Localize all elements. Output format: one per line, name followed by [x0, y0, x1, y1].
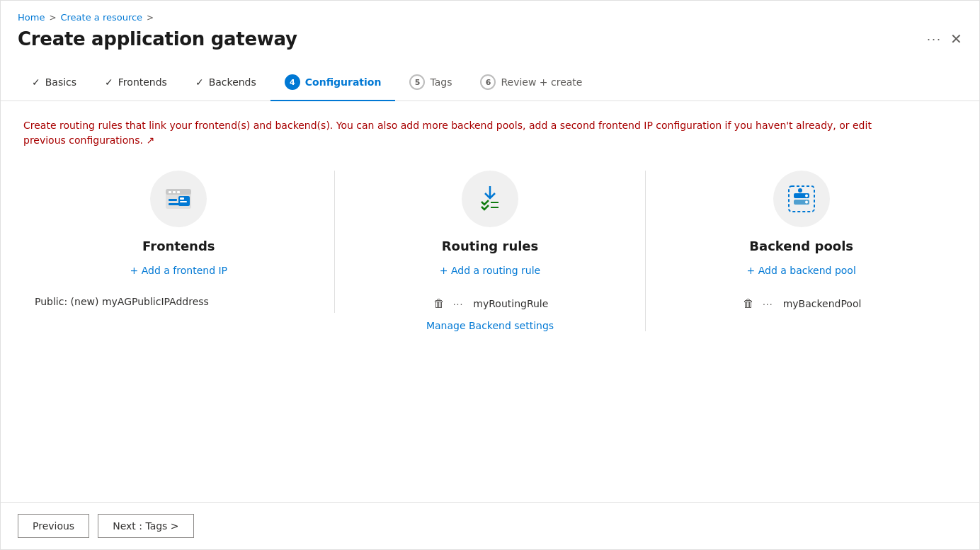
- add-backend-pool-link[interactable]: + Add a backend pool: [747, 265, 856, 276]
- frontends-column: Frontends + Add a frontend IP Public: (n…: [23, 171, 335, 313]
- columns: Frontends + Add a frontend IP Public: (n…: [23, 171, 957, 331]
- backend-pool-item: 🗑 ··· myBackendPool: [657, 290, 945, 317]
- routing-rule-actions: 🗑 ···: [432, 296, 467, 311]
- svg-point-18: [798, 188, 802, 193]
- svg-rect-9: [180, 201, 187, 202]
- previous-button[interactable]: Previous: [18, 514, 89, 538]
- panel-footer: Previous Next : Tags >: [1, 502, 979, 549]
- add-routing-rule-link[interactable]: + Add a routing rule: [440, 265, 540, 276]
- svg-point-16: [805, 195, 808, 197]
- title-actions: ··· ✕: [927, 32, 962, 47]
- tab-backends[interactable]: ✓ Backends: [181, 69, 270, 99]
- step-circle-review: 6: [480, 74, 496, 90]
- routing-rules-title: Routing rules: [442, 239, 539, 253]
- tab-configuration-label: Configuration: [305, 76, 382, 88]
- backend-pool-label: myBackendPool: [783, 298, 862, 309]
- check-icon-backends: ✓: [195, 76, 204, 88]
- frontend-item: Public: (new) myAGPublicIPAddress: [35, 290, 323, 313]
- tabs-row: ✓ Basics ✓ Frontends ✓ Backends 4 Config…: [1, 50, 979, 101]
- backend-pool-actions: 🗑 ···: [741, 296, 776, 311]
- next-button[interactable]: Next : Tags >: [98, 514, 193, 538]
- svg-rect-5: [173, 191, 176, 193]
- tab-basics[interactable]: ✓ Basics: [18, 69, 91, 99]
- close-button[interactable]: ✕: [950, 32, 962, 46]
- more-options-button[interactable]: ···: [927, 32, 942, 47]
- tab-review-create-label: Review + create: [501, 76, 582, 88]
- frontends-icon-circle: [150, 171, 207, 227]
- breadcrumb-create-resource[interactable]: Create a resource: [60, 12, 142, 23]
- backend-pools-title: Backend pools: [749, 239, 853, 253]
- check-icon-basics: ✓: [32, 76, 40, 88]
- routing-rules-icon: [474, 183, 506, 214]
- description-link[interactable]: ↗: [146, 134, 154, 146]
- tab-review-create[interactable]: 6 Review + create: [466, 67, 596, 101]
- tab-frontends[interactable]: ✓ Frontends: [91, 69, 181, 99]
- page-title: Create application gateway: [18, 28, 297, 50]
- breadcrumb-home[interactable]: Home: [18, 12, 45, 23]
- svg-rect-8: [180, 197, 184, 200]
- routing-rule-item: 🗑 ··· myRoutingRule: [346, 290, 634, 317]
- step-circle-tags: 5: [409, 74, 425, 90]
- delete-backend-pool-button[interactable]: 🗑: [741, 296, 756, 311]
- panel-header: Home > Create a resource > Create applic…: [1, 1, 979, 50]
- svg-rect-4: [169, 191, 171, 193]
- delete-routing-rule-button[interactable]: 🗑: [432, 296, 446, 311]
- routing-rules-column: Routing rules + Add a routing rule 🗑 ···…: [335, 171, 646, 331]
- add-frontend-ip-link[interactable]: + Add a frontend IP: [130, 265, 227, 276]
- backend-pool-more-button[interactable]: ···: [760, 297, 776, 311]
- manage-backend-settings-link[interactable]: Manage Backend settings: [426, 320, 554, 331]
- svg-point-17: [805, 201, 808, 204]
- check-icon-frontends: ✓: [105, 76, 113, 88]
- routing-rule-label: myRoutingRule: [473, 298, 548, 309]
- backend-pools-icon: [786, 183, 817, 214]
- tab-configuration[interactable]: 4 Configuration: [270, 67, 396, 101]
- tab-frontends-label: Frontends: [118, 76, 167, 88]
- tab-tags-label: Tags: [430, 76, 452, 88]
- routing-rule-more-button[interactable]: ···: [450, 297, 467, 311]
- tab-backends-label: Backends: [209, 76, 256, 88]
- backend-pools-icon-circle: [773, 171, 830, 227]
- description-text: Create routing rules that link your fron…: [23, 118, 873, 148]
- routing-rules-icon-circle: [462, 171, 518, 227]
- backend-pools-column: Backend pools + Add a backend pool 🗑 ···…: [646, 171, 957, 317]
- frontend-item-label: Public: (new) myAGPublicIPAddress: [35, 296, 209, 307]
- frontends-icon: [163, 183, 194, 214]
- breadcrumb-sep1: >: [49, 13, 56, 23]
- breadcrumb-sep2: >: [147, 13, 154, 23]
- frontends-title: Frontends: [142, 239, 215, 253]
- panel-body: Create routing rules that link your fron…: [1, 101, 979, 502]
- main-panel: Home > Create a resource > Create applic…: [0, 0, 980, 550]
- step-circle-configuration: 4: [285, 74, 300, 90]
- svg-rect-2: [169, 199, 177, 201]
- tab-basics-label: Basics: [45, 76, 76, 88]
- svg-rect-6: [177, 191, 180, 193]
- breadcrumb: Home > Create a resource >: [18, 12, 962, 23]
- tab-tags[interactable]: 5 Tags: [395, 67, 466, 101]
